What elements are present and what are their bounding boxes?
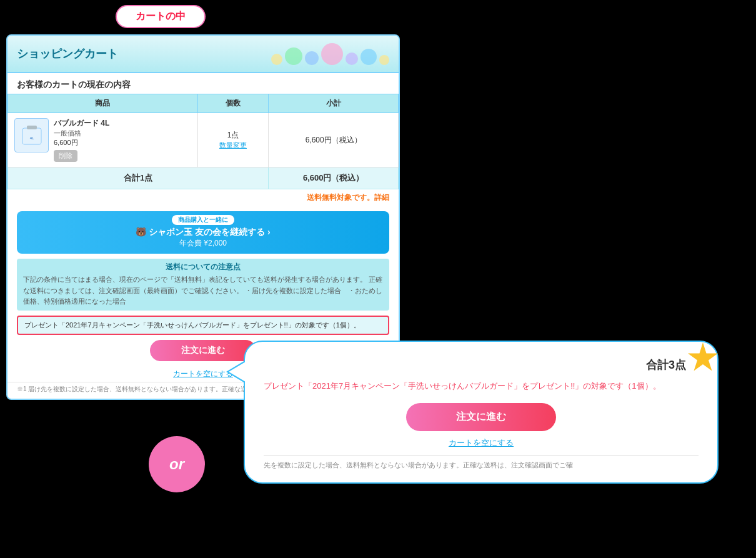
shipping-note-box: 送料についての注意点 下記の条件に当てはまる場合、現在のページで「送料無料」表記… xyxy=(17,259,389,311)
free-shipping-notice: 送料無料対象です。詳細 xyxy=(7,189,399,206)
qty-cell: 1点 数量変更 xyxy=(197,113,269,167)
bubble-5 xyxy=(346,52,358,65)
callout-clear-cart-link[interactable]: カートを空にする xyxy=(264,437,699,449)
product-name: バブルガード 4L xyxy=(54,118,191,129)
cart-table: 商品 個数 小計 4L xyxy=(7,94,399,189)
bubble-1 xyxy=(271,54,282,65)
shipping-note-body: 下記の条件に当てはまる場合、現在のページで「送料無料」表記をしていても送料が発生… xyxy=(23,274,383,307)
shipping-note-title: 送料についての注意点 xyxy=(23,262,383,272)
svg-text:4L: 4L xyxy=(29,136,34,140)
campaign-banner[interactable]: 商品購入と一緒に 🐻 シャボン玉 友の会を継続する › 年会費 ¥2,000 xyxy=(17,211,389,254)
qty-value: 1点 xyxy=(204,130,262,141)
product-price: 6,600円 xyxy=(54,138,191,147)
cart-header-title: ショッピングカート xyxy=(17,46,118,61)
campaign-sub-label: 商品購入と一緒に xyxy=(172,215,234,225)
col-subtotal: 小計 xyxy=(269,94,399,113)
callout-checkout-button[interactable]: 注文に進む xyxy=(406,403,556,431)
footer-total-qty: 合計1点 xyxy=(8,167,269,189)
campaign-arrow: › xyxy=(267,227,271,237)
cart-title: カートの中 xyxy=(116,5,206,28)
campaign-icon: 🐻 xyxy=(136,227,146,237)
col-qty: 個数 xyxy=(197,94,269,113)
product-label: 一般価格 xyxy=(54,129,191,138)
cart-content-label: お客様のカートの現在の内容 xyxy=(7,73,399,94)
cart-header: ショッピングカート xyxy=(7,36,399,73)
delete-button[interactable]: 削除 xyxy=(54,150,77,162)
decorative-bubbles xyxy=(271,43,389,65)
bubble-7 xyxy=(379,55,389,65)
qty-change-link[interactable]: 数量変更 xyxy=(219,141,247,149)
bubble-3 xyxy=(305,51,319,65)
product-image: 4L xyxy=(14,118,49,152)
callout-bubble: 合計3点 プレゼント「2021年7月キャンペーン「手洗いせっけんバブルガード」を… xyxy=(244,341,719,484)
promo-notice: プレゼント「2021年7月キャンペーン「手洗いせっけんバブルガード」をプレゼント… xyxy=(17,316,389,335)
product-img-icon: 4L xyxy=(19,123,44,148)
callout-total: 合計3点 xyxy=(264,357,699,372)
callout-promo: プレゼント「2021年7月キャンペーン「手洗いせっけんバブルガード」をプレゼント… xyxy=(264,380,699,393)
campaign-price: 年会費 ¥2,000 xyxy=(24,238,382,249)
footer-total-price: 6,600円（税込） xyxy=(269,167,399,189)
bubble-4 xyxy=(321,43,343,65)
product-cell: 4L バブルガード 4L 一般価格 6,600円 削除 xyxy=(8,113,198,167)
col-product: 商品 xyxy=(8,94,198,113)
subtotal-cell: 6,600円（税込） xyxy=(269,113,399,167)
table-row: 4L バブルガード 4L 一般価格 6,600円 削除 1点 数量変更 xyxy=(8,113,399,167)
campaign-main-text: 🐻 シャボン玉 友の会を継続する › xyxy=(24,227,382,238)
svg-rect-1 xyxy=(27,126,37,129)
bubble-2 xyxy=(285,47,302,65)
bubble-6 xyxy=(361,49,377,65)
or-divider: or xyxy=(149,436,205,492)
product-details: バブルガード 4L 一般価格 6,600円 削除 xyxy=(54,118,191,162)
checkout-button[interactable]: 注文に進む xyxy=(150,340,256,361)
callout-fine-print: 先を複数に設定した場合、送料無料とならない場合があります。正確な送料は、注文確認… xyxy=(264,455,699,470)
